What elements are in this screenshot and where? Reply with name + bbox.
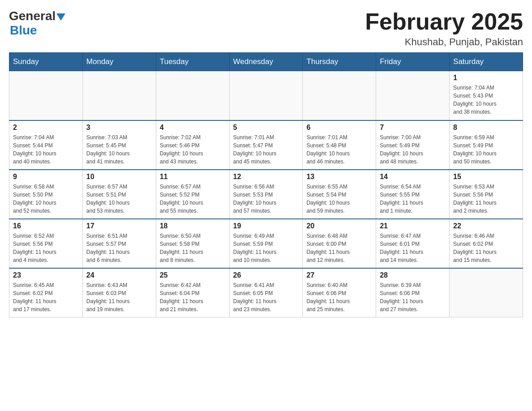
calendar-cell: 7Sunrise: 7:00 AMSunset: 5:49 PMDaylight… [376, 120, 450, 170]
calendar-cell: 27Sunrise: 6:40 AMSunset: 6:06 PMDayligh… [303, 268, 376, 317]
calendar-cell: 24Sunrise: 6:43 AMSunset: 6:03 PMDayligh… [82, 268, 156, 317]
calendar-cell: 19Sunrise: 6:49 AMSunset: 5:59 PMDayligh… [229, 219, 303, 268]
day-number: 11 [160, 173, 226, 181]
day-number: 8 [453, 124, 519, 132]
calendar-cell: 8Sunrise: 6:59 AMSunset: 5:49 PMDaylight… [450, 120, 523, 170]
calendar-cell [229, 71, 303, 120]
day-info: Sunrise: 6:55 AMSunset: 5:54 PMDaylight:… [306, 183, 372, 215]
title-block: February 2025 Khushab, Punjab, Pakistan [365, 9, 523, 48]
logo-general-text: General [9, 9, 56, 23]
day-info: Sunrise: 7:00 AMSunset: 5:49 PMDaylight:… [380, 133, 446, 166]
calendar-cell: 28Sunrise: 6:39 AMSunset: 6:06 PMDayligh… [376, 268, 450, 317]
calendar-cell: 1Sunrise: 7:04 AMSunset: 5:43 PMDaylight… [450, 71, 523, 120]
day-info: Sunrise: 6:50 AMSunset: 5:58 PMDaylight:… [160, 232, 226, 264]
calendar-cell: 25Sunrise: 6:42 AMSunset: 6:04 PMDayligh… [156, 268, 229, 317]
location-title: Khushab, Punjab, Pakistan [365, 36, 523, 48]
calendar-cell: 4Sunrise: 7:02 AMSunset: 5:46 PMDaylight… [156, 120, 229, 170]
day-info: Sunrise: 6:46 AMSunset: 6:02 PMDaylight:… [453, 232, 519, 264]
calendar-cell [450, 268, 523, 317]
day-number: 1 [453, 74, 519, 82]
day-info: Sunrise: 7:01 AMSunset: 5:48 PMDaylight:… [306, 133, 372, 166]
logo-triangle-icon [56, 13, 65, 21]
day-number: 15 [453, 173, 519, 181]
day-info: Sunrise: 7:04 AMSunset: 5:44 PMDaylight:… [13, 133, 79, 166]
calendar-cell [9, 71, 83, 120]
day-info: Sunrise: 7:02 AMSunset: 5:46 PMDaylight:… [160, 133, 226, 166]
calendar-cell: 22Sunrise: 6:46 AMSunset: 6:02 PMDayligh… [450, 219, 523, 268]
day-number: 13 [306, 173, 372, 181]
day-number: 12 [233, 173, 299, 181]
day-number: 24 [86, 271, 152, 279]
calendar-cell: 10Sunrise: 6:57 AMSunset: 5:51 PMDayligh… [82, 170, 156, 219]
weekday-header: Thursday [303, 53, 376, 71]
day-info: Sunrise: 6:59 AMSunset: 5:49 PMDaylight:… [453, 133, 519, 166]
day-number: 2 [13, 124, 79, 132]
weekday-header: Friday [376, 53, 450, 71]
calendar-cell: 21Sunrise: 6:47 AMSunset: 6:01 PMDayligh… [376, 219, 450, 268]
day-number: 20 [306, 222, 372, 230]
calendar-cell: 9Sunrise: 6:58 AMSunset: 5:50 PMDaylight… [9, 170, 83, 219]
day-number: 18 [160, 222, 226, 230]
day-number: 22 [453, 222, 519, 230]
day-info: Sunrise: 6:48 AMSunset: 6:00 PMDaylight:… [306, 232, 372, 264]
day-info: Sunrise: 6:45 AMSunset: 6:02 PMDaylight:… [13, 281, 79, 313]
calendar-cell: 23Sunrise: 6:45 AMSunset: 6:02 PMDayligh… [9, 268, 83, 317]
day-info: Sunrise: 7:04 AMSunset: 5:43 PMDaylight:… [453, 84, 519, 116]
calendar-cell: 16Sunrise: 6:52 AMSunset: 5:56 PMDayligh… [9, 219, 83, 268]
calendar-week-row: 23Sunrise: 6:45 AMSunset: 6:02 PMDayligh… [9, 268, 523, 317]
calendar-cell [82, 71, 156, 120]
day-number: 9 [13, 173, 79, 181]
day-number: 3 [86, 124, 152, 132]
day-info: Sunrise: 7:01 AMSunset: 5:47 PMDaylight:… [233, 133, 299, 166]
day-info: Sunrise: 6:43 AMSunset: 6:03 PMDaylight:… [86, 281, 152, 313]
day-number: 14 [380, 173, 446, 181]
calendar-cell: 11Sunrise: 6:57 AMSunset: 5:52 PMDayligh… [156, 170, 229, 219]
day-number: 5 [233, 124, 299, 132]
day-number: 6 [306, 124, 372, 132]
calendar-header-row: SundayMondayTuesdayWednesdayThursdayFrid… [9, 53, 523, 71]
day-number: 27 [306, 271, 372, 279]
day-info: Sunrise: 6:49 AMSunset: 5:59 PMDaylight:… [233, 232, 299, 264]
day-info: Sunrise: 6:57 AMSunset: 5:51 PMDaylight:… [86, 183, 152, 215]
calendar-week-row: 16Sunrise: 6:52 AMSunset: 5:56 PMDayligh… [9, 219, 523, 268]
day-number: 21 [380, 222, 446, 230]
calendar-cell: 20Sunrise: 6:48 AMSunset: 6:00 PMDayligh… [303, 219, 376, 268]
weekday-header: Wednesday [229, 53, 303, 71]
day-info: Sunrise: 6:42 AMSunset: 6:04 PMDaylight:… [160, 281, 226, 313]
page-header: General Blue February 2025 Khushab, Punj… [9, 9, 523, 48]
calendar-week-row: 2Sunrise: 7:04 AMSunset: 5:44 PMDaylight… [9, 120, 523, 170]
calendar-cell: 12Sunrise: 6:56 AMSunset: 5:53 PMDayligh… [229, 170, 303, 219]
day-number: 16 [13, 222, 79, 230]
day-info: Sunrise: 6:54 AMSunset: 5:55 PMDaylight:… [380, 183, 446, 215]
calendar-cell: 5Sunrise: 7:01 AMSunset: 5:47 PMDaylight… [229, 120, 303, 170]
day-info: Sunrise: 6:53 AMSunset: 5:56 PMDaylight:… [453, 183, 519, 215]
day-number: 10 [86, 173, 152, 181]
calendar-cell: 18Sunrise: 6:50 AMSunset: 5:58 PMDayligh… [156, 219, 229, 268]
calendar-cell: 26Sunrise: 6:41 AMSunset: 6:05 PMDayligh… [229, 268, 303, 317]
day-info: Sunrise: 7:03 AMSunset: 5:45 PMDaylight:… [86, 133, 152, 166]
weekday-header: Monday [82, 53, 156, 71]
day-number: 26 [233, 271, 299, 279]
calendar-cell: 14Sunrise: 6:54 AMSunset: 5:55 PMDayligh… [376, 170, 450, 219]
month-title: February 2025 [365, 9, 523, 34]
day-number: 25 [160, 271, 226, 279]
day-info: Sunrise: 6:58 AMSunset: 5:50 PMDaylight:… [13, 183, 79, 215]
day-number: 28 [380, 271, 446, 279]
calendar-cell: 15Sunrise: 6:53 AMSunset: 5:56 PMDayligh… [450, 170, 523, 219]
calendar-cell: 6Sunrise: 7:01 AMSunset: 5:48 PMDaylight… [303, 120, 376, 170]
day-number: 19 [233, 222, 299, 230]
day-info: Sunrise: 6:47 AMSunset: 6:01 PMDaylight:… [380, 232, 446, 264]
calendar-cell [303, 71, 376, 120]
day-info: Sunrise: 6:57 AMSunset: 5:52 PMDaylight:… [160, 183, 226, 215]
calendar-cell [156, 71, 229, 120]
day-info: Sunrise: 6:56 AMSunset: 5:53 PMDaylight:… [233, 183, 299, 215]
day-number: 4 [160, 124, 226, 132]
day-number: 23 [13, 271, 79, 279]
day-info: Sunrise: 6:52 AMSunset: 5:56 PMDaylight:… [13, 232, 79, 264]
weekday-header: Saturday [450, 53, 523, 71]
calendar-cell: 17Sunrise: 6:51 AMSunset: 5:57 PMDayligh… [82, 219, 156, 268]
day-info: Sunrise: 6:51 AMSunset: 5:57 PMDaylight:… [86, 232, 152, 264]
logo-blue-text: Blue [10, 23, 37, 37]
calendar-week-row: 1Sunrise: 7:04 AMSunset: 5:43 PMDaylight… [9, 71, 523, 120]
calendar-cell: 3Sunrise: 7:03 AMSunset: 5:45 PMDaylight… [82, 120, 156, 170]
